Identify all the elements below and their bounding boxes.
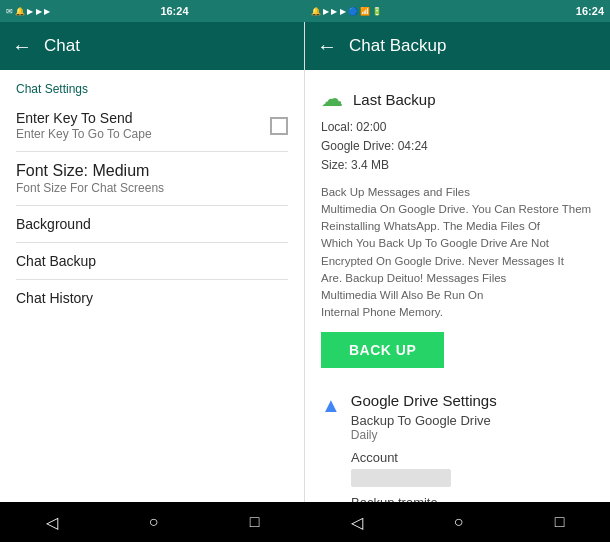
left-back-button[interactable]: ← [12, 35, 32, 58]
status-bar-left: ✉ 🔔 ▶ ▶ ▶ 16:24 [0, 0, 305, 22]
last-backup-title: Last Backup [353, 91, 436, 108]
right-status-time: 16:24 [576, 5, 604, 17]
chat-history-setting[interactable]: Chat History [0, 280, 304, 316]
right-toolbar: ← Chat Backup [305, 22, 610, 70]
chat-backup-text: Chat Backup [16, 253, 96, 269]
chat-backup-title: Chat Backup [16, 253, 96, 269]
backup-description: Back Up Messages and FilesMultimedia On … [321, 184, 594, 322]
left-toolbar-title: Chat [44, 36, 80, 56]
background-title: Background [16, 216, 91, 232]
left-nav-back-icon[interactable]: ◁ [46, 513, 58, 532]
drive-backup-label[interactable]: Backup To Google Drive [351, 413, 594, 428]
enter-key-setting[interactable]: Enter Key To Send Enter Key To Go To Cap… [0, 100, 304, 151]
background-setting[interactable]: Background [0, 206, 304, 242]
drive-content: Google Drive Settings Backup To Google D… [351, 392, 594, 442]
right-status-icons: 🔔 ▶ ▶ ▶ 🔵 📶 🔋 [311, 7, 382, 16]
left-status-icons: ✉ 🔔 ▶ ▶ ▶ [6, 7, 50, 16]
right-nav-bar: ◁ ○ □ [305, 502, 610, 542]
left-status-time: 16:24 [160, 5, 188, 17]
right-nav-recents-icon[interactable]: □ [555, 513, 565, 531]
drive-settings-title: Google Drive Settings [351, 392, 594, 409]
size-backup-info: Size: 3.4 MB [321, 156, 594, 175]
backup-info: Local: 02:00 Google Drive: 04:24 Size: 3… [321, 118, 594, 176]
chat-settings-label: Chat Settings [0, 70, 304, 100]
account-section: Account [305, 446, 610, 491]
last-backup-section: ☁ Last Backup Local: 02:00 Google Drive:… [305, 78, 610, 388]
backup-header: ☁ Last Backup [321, 86, 594, 112]
left-toolbar: ← Chat [0, 22, 304, 70]
gdrive-backup-info: Google Drive: 04:24 [321, 137, 594, 156]
status-bar: ✉ 🔔 ▶ ▶ ▶ 16:24 🔔 ▶ ▶ ▶ 🔵 📶 🔋 16:24 [0, 0, 610, 22]
drive-backup-value: Daily [351, 428, 594, 442]
enter-key-text: Enter Key To Send Enter Key To Go To Cap… [16, 110, 152, 141]
right-nav-home-icon[interactable]: ○ [454, 513, 464, 531]
enter-key-subtitle: Enter Key To Go To Cape [16, 127, 152, 141]
status-bar-right: 🔔 ▶ ▶ ▶ 🔵 📶 🔋 16:24 [305, 0, 610, 22]
chat-backup-setting[interactable]: Chat Backup [0, 243, 304, 279]
backup-button[interactable]: BACK UP [321, 332, 444, 368]
cloud-upload-icon: ☁ [321, 86, 343, 112]
right-content: ☁ Last Backup Local: 02:00 Google Drive:… [305, 70, 610, 502]
main-panels: ← Chat Chat Settings Enter Key To Send E… [0, 22, 610, 502]
left-nav-recents-icon[interactable]: □ [250, 513, 260, 531]
right-back-button[interactable]: ← [317, 35, 337, 58]
chat-history-text: Chat History [16, 290, 93, 306]
backup-tramite-label: Backup tramite [305, 491, 610, 502]
chat-history-title: Chat History [16, 290, 93, 306]
google-drive-icon: ▲ [321, 394, 341, 417]
left-nav-bar: ◁ ○ □ [0, 502, 305, 542]
background-text: Background [16, 216, 91, 232]
panel-right: ← Chat Backup ☁ Last Backup Local: 02:00… [305, 22, 610, 502]
right-nav-back-icon[interactable]: ◁ [351, 513, 363, 532]
font-size-title: Font Size: Medium [16, 162, 164, 180]
local-backup-info: Local: 02:00 [321, 118, 594, 137]
left-nav-home-icon[interactable]: ○ [149, 513, 159, 531]
account-label: Account [351, 450, 594, 465]
google-drive-section: ▲ Google Drive Settings Backup To Google… [305, 388, 610, 446]
font-size-text: Font Size: Medium Font Size For Chat Scr… [16, 162, 164, 195]
enter-key-title: Enter Key To Send [16, 110, 152, 126]
font-size-setting[interactable]: Font Size: Medium Font Size For Chat Scr… [0, 152, 304, 205]
right-toolbar-title: Chat Backup [349, 36, 446, 56]
account-value-box [351, 469, 451, 487]
panel-left: ← Chat Chat Settings Enter Key To Send E… [0, 22, 305, 502]
bottom-nav: ◁ ○ □ ◁ ○ □ [0, 502, 610, 542]
enter-key-checkbox[interactable] [270, 117, 288, 135]
font-size-subtitle: Font Size For Chat Screens [16, 181, 164, 195]
